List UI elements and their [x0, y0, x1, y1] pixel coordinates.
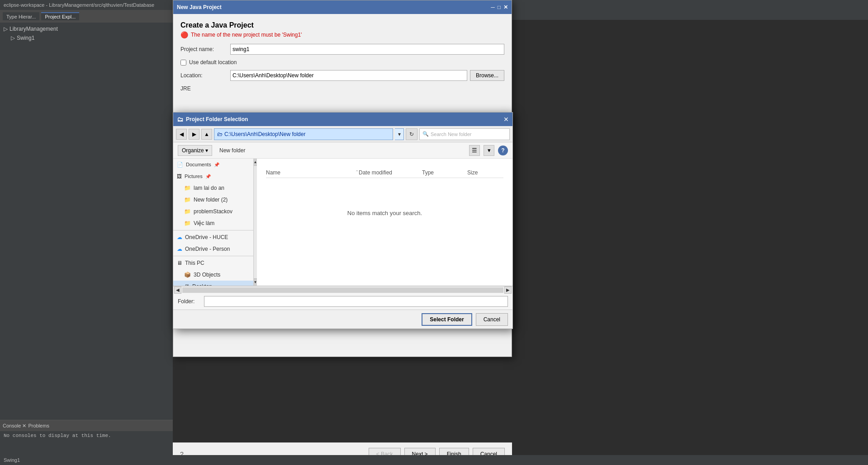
- new-java-dialog-header: Create a Java Project: [180, 21, 504, 29]
- left-nav-pictures[interactable]: 🖼 Pictures 📌: [173, 170, 253, 182]
- pin-icon-pictures: 📌: [205, 174, 211, 179]
- left-nav-panel: 📄 Documents 📌 🖼 Pictures 📌 📁 lam lai do …: [173, 159, 257, 286]
- lam-lai-label: lam lai do an: [194, 185, 224, 191]
- column-headers: Name ⌃ Date modified Type Size: [266, 168, 503, 178]
- folder-toolbar: ◀ ▶ ▲ 🗁 C:\Users\Anh\Desktop\New folder …: [173, 126, 512, 142]
- tab-project-explorer[interactable]: Project Expl...: [41, 12, 79, 20]
- left-nav-this-pc[interactable]: 🖥 This PC: [173, 257, 253, 269]
- documents-icon: 📄: [177, 162, 183, 168]
- problems-tab[interactable]: Problems: [28, 423, 49, 428]
- error-icon: 🔴: [180, 31, 188, 38]
- project-name-label: Project name:: [180, 46, 230, 52]
- status-bar: Swing1: [0, 455, 868, 465]
- left-nav-3d-objects[interactable]: 📦 3D Objects: [173, 269, 253, 281]
- forward-nav-button[interactable]: ▶: [189, 129, 199, 140]
- project-tree: ▷ LibraryManagement ▷ Swing1: [0, 23, 173, 44]
- left-panel-list: 📄 Documents 📌 🖼 Pictures 📌 📁 lam lai do …: [173, 159, 253, 286]
- tab-type-hierarchy[interactable]: Type Hierar...: [3, 12, 39, 20]
- folder-label: Folder:: [178, 298, 200, 305]
- location-label: Location:: [180, 72, 230, 79]
- column-type[interactable]: Type: [422, 169, 467, 176]
- new-java-dialog-maximize[interactable]: □: [498, 4, 501, 10]
- default-location-row: Use default location: [180, 59, 504, 66]
- scroll-track-h: [182, 287, 503, 293]
- use-default-location-label: Use default location: [189, 59, 237, 66]
- desktop-label: Desktop: [192, 283, 212, 286]
- 3d-objects-icon: 📦: [184, 272, 191, 278]
- project-name-input[interactable]: [230, 44, 504, 55]
- file-browser: 📄 Documents 📌 🖼 Pictures 📌 📁 lam lai do …: [173, 159, 512, 286]
- left-nav-onedrive-person[interactable]: ☁ OneDrive - Person: [173, 243, 253, 255]
- cloud-icon-person: ☁: [177, 246, 182, 252]
- new-folder-button[interactable]: New folder: [216, 145, 249, 156]
- address-bar[interactable]: 🗁 C:\Users\Anh\Desktop\New folder: [214, 128, 393, 140]
- expand-icon: ▷: [11, 35, 15, 41]
- scroll-left-button[interactable]: ◀: [174, 287, 181, 294]
- location-input[interactable]: [230, 70, 467, 81]
- select-folder-button[interactable]: Select Folder: [422, 313, 472, 326]
- documents-label: Documents: [186, 162, 211, 167]
- folder-name-input[interactable]: [204, 296, 508, 307]
- tree-item-library-management[interactable]: ▷ LibraryManagement: [2, 24, 171, 33]
- status-text: Swing1: [4, 457, 20, 463]
- left-nav-onedrive-huce[interactable]: ☁ OneDrive - HUCE: [173, 231, 253, 243]
- new-java-dialog-minimize[interactable]: ─: [491, 4, 495, 10]
- this-pc-icon: 🖥: [177, 260, 182, 266]
- folder-icon-4: 📁: [184, 220, 191, 226]
- dialog-error-message: 🔴 The name of the new project must be 'S…: [180, 31, 504, 38]
- new-java-dialog-close[interactable]: ✕: [503, 4, 508, 10]
- search-icon: 🔍: [422, 131, 429, 137]
- browse-button[interactable]: Browse...: [470, 70, 504, 81]
- 3d-objects-label: 3D Objects: [194, 272, 220, 278]
- left-nav-lam-lai-do-an[interactable]: 📁 lam lai do an: [173, 182, 253, 194]
- horizontal-scrollbar[interactable]: ◀ ▶: [173, 286, 512, 293]
- this-pc-label: This PC: [185, 260, 204, 266]
- organize-button[interactable]: Organize ▾: [178, 145, 212, 156]
- new-java-dialog-body: Create a Java Project 🔴 The name of the …: [173, 14, 512, 99]
- onedrive-huce-label: OneDrive - HUCE: [185, 234, 228, 240]
- scroll-right-button[interactable]: ▶: [504, 287, 512, 294]
- back-nav-button[interactable]: ◀: [176, 129, 187, 140]
- scroll-track: [254, 166, 257, 278]
- side-tab-bar: Type Hierar... Project Expl...: [0, 10, 173, 23]
- new-java-dialog-title: New Java Project ─ □ ✕: [173, 0, 512, 14]
- search-box[interactable]: 🔍 Search New folder: [419, 128, 510, 140]
- column-size[interactable]: Size: [467, 169, 503, 176]
- view-dropdown-button[interactable]: ▾: [484, 145, 494, 156]
- console-tab[interactable]: Console ✕: [3, 423, 26, 429]
- no-items-message: No items match your search.: [347, 210, 422, 216]
- left-nav-desktop[interactable]: 🖥 Desktop: [173, 281, 253, 286]
- column-name[interactable]: Name: [266, 169, 355, 176]
- desktop-icon: 🖥: [184, 283, 190, 286]
- scroll-down-arrow[interactable]: ▼: [254, 278, 257, 286]
- sort-arrow: ⌃: [355, 169, 359, 176]
- folder-icon-2: 📁: [184, 197, 191, 203]
- scroll-up-arrow[interactable]: ▲: [254, 159, 257, 166]
- left-nav-viec-lam[interactable]: 📁 Việc làm: [173, 217, 253, 229]
- up-nav-button[interactable]: ▲: [201, 129, 212, 140]
- use-default-location-checkbox[interactable]: [180, 60, 186, 66]
- address-icon: 🗁: [217, 131, 223, 137]
- folder-actions-bar: Organize ▾ New folder ☰ ▾ ?: [173, 142, 512, 159]
- side-panel: Type Hierar... Project Expl... ▷ Library…: [0, 10, 173, 465]
- help-button[interactable]: ?: [498, 146, 508, 155]
- column-date[interactable]: Date modified: [359, 169, 422, 176]
- left-nav-new-folder-2[interactable]: 📁 New folder (2): [173, 194, 253, 206]
- folder-dialog-close-button[interactable]: ✕: [503, 116, 509, 122]
- expand-icon: ▷: [4, 26, 8, 32]
- left-nav-documents[interactable]: 📄 Documents 📌: [173, 159, 253, 170]
- pictures-label: Pictures: [185, 174, 203, 179]
- view-options-button[interactable]: ☰: [469, 145, 480, 156]
- refresh-button[interactable]: ↻: [406, 128, 417, 140]
- folder-dialog-cancel-button[interactable]: Cancel: [476, 313, 508, 326]
- left-nav-problem-stackov[interactable]: 📁 problemStackov: [173, 206, 253, 217]
- left-panel-scrollbar[interactable]: ▲ ▼: [253, 159, 257, 286]
- pictures-icon: 🖼: [177, 174, 182, 179]
- console-message: No consoles to display at this time.: [0, 431, 173, 440]
- tree-item-swing1[interactable]: ▷ Swing1: [2, 33, 171, 42]
- address-dropdown-button[interactable]: ▾: [395, 128, 404, 140]
- viec-lam-label: Việc làm: [194, 220, 214, 226]
- folder-selection-dialog: 🗂 Project Folder Selection ✕ ◀ ▶ ▲ 🗁 C:\…: [173, 112, 513, 329]
- folder-content-area: Name ⌃ Date modified Type Size No items …: [257, 159, 512, 286]
- cloud-icon-huce: ☁: [177, 234, 182, 240]
